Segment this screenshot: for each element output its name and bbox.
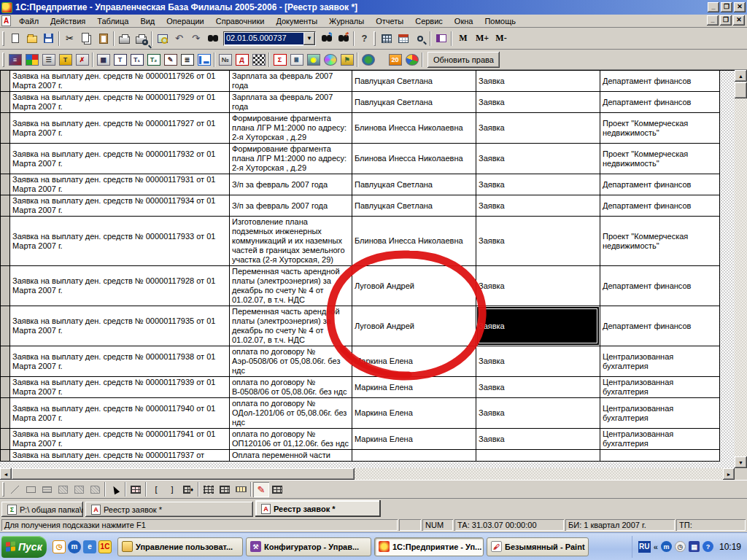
cell-author[interactable]: Павлуцкая Светлана (352, 71, 476, 92)
memory-plus-button[interactable]: M+ (473, 31, 492, 47)
cell-department[interactable]: Департамент финансов (600, 195, 720, 217)
row-marker-cell[interactable] (1, 217, 10, 266)
update-rights-button[interactable]: Обновить права (427, 52, 500, 68)
picture-tool-icon[interactable] (55, 482, 71, 497)
cell-description[interactable]: Зарплата за февраль 2007 года (230, 92, 352, 113)
bracket-open-icon[interactable]: [ (148, 482, 164, 497)
sections-icon[interactable]: ♦ (180, 482, 196, 497)
cell-doc-type[interactable]: Заявка (476, 144, 600, 174)
column-grid-icon[interactable] (217, 482, 233, 497)
cell-request[interactable]: Заявка на выплату ден. средств № 0000011… (10, 71, 230, 92)
row-marker-cell[interactable] (1, 306, 10, 346)
row-marker-cell[interactable] (1, 266, 10, 306)
red-pencil-toggle-icon[interactable]: ✎ (253, 482, 269, 497)
user-book-icon[interactable]: ✗ (74, 52, 90, 68)
cell-author[interactable]: Блинова Инесса Николаевна (352, 144, 476, 174)
pie-icon[interactable] (403, 52, 420, 68)
chevron-down-icon[interactable]: ▼ (303, 32, 315, 45)
cell-description[interactable]: оплата по договору № В-0508/06 от 05,08.… (230, 377, 352, 398)
m-browser-icon[interactable]: m (68, 540, 81, 553)
cell-description[interactable]: Зарплата за февраль 2007 года (230, 71, 352, 92)
cell-doc-type[interactable]: Заявка (476, 174, 600, 195)
menu-item[interactable]: Таблица (92, 15, 133, 27)
row-marker-cell[interactable] (1, 174, 10, 195)
ole-tool-icon[interactable] (71, 482, 87, 497)
calendar-icon[interactable] (395, 31, 411, 47)
cell-description[interactable]: оплата по договору № ОДол-1201/06 от 05,… (230, 398, 352, 429)
new-document-icon[interactable] (7, 31, 23, 47)
tray-help-icon[interactable]: ? (703, 541, 713, 552)
language-indicator[interactable]: RU (638, 541, 651, 553)
menu-item[interactable]: Журналы (324, 15, 369, 27)
toolbar-grip[interactable] (2, 31, 4, 46)
toolbar-grip[interactable] (2, 52, 4, 67)
cell-request[interactable]: Заявка на выплату ден. средств № 0000011… (10, 174, 230, 195)
book-icon[interactable] (433, 31, 449, 47)
cell-description[interactable]: Формирование фрагмента плана ЛГР М1:2000… (230, 144, 352, 174)
row-marker-cell[interactable] (1, 429, 10, 450)
line-tool-icon[interactable] (7, 482, 23, 497)
row-marker-cell[interactable] (1, 92, 10, 113)
cell-description[interactable]: Формирование фрагмента плана ЛГР М1:2000… (230, 113, 352, 144)
text-tool-icon[interactable] (39, 482, 55, 497)
globe-icon[interactable] (360, 52, 376, 68)
account-combobox[interactable]: 02.01.05.000737 ▼ (223, 31, 316, 46)
tray-clock-icon[interactable]: ◷ (675, 541, 686, 552)
paste-icon[interactable] (95, 31, 112, 47)
cell-department[interactable]: Проект "Коммерческая недвижимость" (600, 113, 720, 144)
cell-department[interactable]: Департамент финансов (600, 92, 720, 113)
keys-icon[interactable]: ⚑ (338, 52, 355, 68)
key-card-icon[interactable] (154, 31, 171, 47)
cell-author[interactable]: Павлуцкая Светлана (352, 174, 476, 195)
date-icon[interactable]: 20 (387, 52, 403, 68)
rectangle-tool-icon[interactable] (23, 482, 39, 497)
excel-export-icon[interactable]: Д (233, 52, 250, 68)
cell-doc-type[interactable]: Заявка (476, 92, 600, 113)
row-marker-cell[interactable] (1, 71, 10, 92)
cell-request[interactable]: Заявка на выплату ден. средств № 0000011… (10, 113, 230, 144)
start-button[interactable]: Пуск (1, 536, 47, 558)
account-combobox-value[interactable]: 02.01.05.000737 (225, 33, 303, 44)
cell-author[interactable]: Маркина Елена (352, 429, 476, 450)
cell-request[interactable]: Заявка на выплату ден. средств № 0000011… (10, 398, 230, 429)
query-magnifier-icon[interactable] (411, 31, 428, 47)
cell-description[interactable]: Оплата переменной части (230, 450, 352, 462)
cell-doc-type[interactable]: Заявка (476, 217, 600, 266)
user-filter-icon[interactable]: T (57, 52, 74, 68)
ie-icon[interactable]: e (83, 540, 96, 553)
cell-description[interactable]: оплата по договору № Аэр-0508/06 от 05,0… (230, 346, 352, 377)
tray-collapse-icon[interactable]: « (654, 542, 658, 551)
totals-icon[interactable]: Σ (271, 52, 288, 68)
cell-author[interactable]: Павлуцкая Светлана (352, 195, 476, 217)
doc-t1-icon[interactable]: T (112, 52, 128, 68)
cell-doc-type[interactable]: Заявка (476, 377, 600, 398)
row-marker-cell[interactable] (1, 398, 10, 429)
restore-icon[interactable]: ❐ (721, 2, 732, 12)
cell-department[interactable]: Централизованная бухгалтерия (600, 429, 720, 450)
cell-request[interactable]: Заявка на выплату ден. средств № 0000011… (10, 266, 230, 306)
calculator-icon[interactable] (378, 31, 395, 47)
child-minimize-icon[interactable]: _ (707, 15, 719, 26)
cell-department[interactable]: Проект "Коммерческая недвижимость" (600, 144, 720, 174)
print-icon[interactable] (116, 31, 133, 47)
doc-chart-icon[interactable]: ▌▂ (196, 52, 212, 68)
row-marker-cell[interactable] (1, 346, 10, 377)
vertical-scroll-thumb[interactable] (735, 82, 747, 98)
menu-item[interactable]: Справочники (211, 15, 270, 27)
cell-request[interactable]: Заявка на выплату ден. средств № 0000011… (10, 92, 230, 113)
cell-request[interactable]: Заявка на выплату ден. средств № 0000011… (10, 429, 230, 450)
tray-m-icon[interactable]: m (661, 541, 672, 552)
cell-doc-type[interactable]: Заявка (476, 306, 600, 346)
cell-description[interactable]: З/п за февраль 2007 года (230, 195, 352, 217)
help-icon[interactable]: ? (356, 31, 373, 47)
cell-doc-type[interactable] (476, 450, 600, 462)
chart-tool-icon[interactable] (87, 482, 103, 497)
cd-icon[interactable] (322, 52, 338, 68)
copy-icon[interactable] (78, 31, 95, 47)
find-next-icon[interactable]: ↰ (318, 31, 335, 47)
scroll-down-icon[interactable]: ▼ (735, 456, 747, 468)
cell-request[interactable]: Заявка на выплату ден. средств № 0000011… (10, 144, 230, 174)
horizontal-scrollbar[interactable]: ◄ ► (0, 468, 735, 480)
cell-department[interactable]: Департамент финансов (600, 174, 720, 195)
menu-item[interactable]: Окна (449, 15, 479, 27)
